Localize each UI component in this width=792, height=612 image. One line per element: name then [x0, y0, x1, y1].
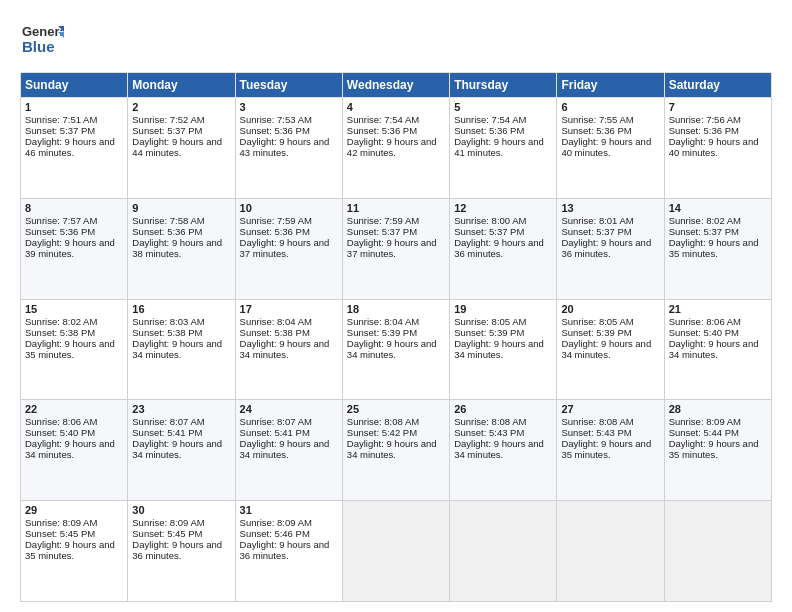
svg-text:General: General	[22, 24, 64, 39]
daylight-label: Daylight: 9 hours and 40 minutes.	[561, 136, 651, 158]
header-cell-wednesday: Wednesday	[342, 73, 449, 98]
sunrise-label: Sunrise: 8:08 AM	[561, 416, 633, 427]
day-number: 22	[25, 403, 123, 415]
calendar-table: SundayMondayTuesdayWednesdayThursdayFrid…	[20, 72, 772, 602]
day-cell-27: 27 Sunrise: 8:08 AM Sunset: 5:43 PM Dayl…	[557, 400, 664, 501]
sunset-label: Sunset: 5:38 PM	[25, 327, 95, 338]
day-cell-10: 10 Sunrise: 7:59 AM Sunset: 5:36 PM Dayl…	[235, 198, 342, 299]
sunrise-label: Sunrise: 7:59 AM	[240, 215, 312, 226]
sunrise-label: Sunrise: 7:52 AM	[132, 114, 204, 125]
daylight-label: Daylight: 9 hours and 34 minutes.	[132, 338, 222, 360]
daylight-label: Daylight: 9 hours and 44 minutes.	[132, 136, 222, 158]
daylight-label: Daylight: 9 hours and 37 minutes.	[240, 237, 330, 259]
day-number: 8	[25, 202, 123, 214]
sunset-label: Sunset: 5:38 PM	[240, 327, 310, 338]
calendar-row: 1 Sunrise: 7:51 AM Sunset: 5:37 PM Dayli…	[21, 98, 772, 199]
sunrise-label: Sunrise: 7:54 AM	[347, 114, 419, 125]
sunrise-label: Sunrise: 8:03 AM	[132, 316, 204, 327]
sunset-label: Sunset: 5:37 PM	[454, 226, 524, 237]
sunset-label: Sunset: 5:44 PM	[669, 427, 739, 438]
day-number: 12	[454, 202, 552, 214]
day-number: 15	[25, 303, 123, 315]
sunrise-label: Sunrise: 7:55 AM	[561, 114, 633, 125]
sunset-label: Sunset: 5:43 PM	[454, 427, 524, 438]
sunrise-label: Sunrise: 7:53 AM	[240, 114, 312, 125]
day-number: 20	[561, 303, 659, 315]
daylight-label: Daylight: 9 hours and 46 minutes.	[25, 136, 115, 158]
daylight-label: Daylight: 9 hours and 36 minutes.	[240, 539, 330, 561]
sunrise-label: Sunrise: 8:06 AM	[669, 316, 741, 327]
day-number: 14	[669, 202, 767, 214]
day-number: 2	[132, 101, 230, 113]
day-number: 21	[669, 303, 767, 315]
sunset-label: Sunset: 5:37 PM	[669, 226, 739, 237]
sunset-label: Sunset: 5:40 PM	[25, 427, 95, 438]
daylight-label: Daylight: 9 hours and 34 minutes.	[454, 338, 544, 360]
day-number: 30	[132, 504, 230, 516]
day-number: 4	[347, 101, 445, 113]
sunset-label: Sunset: 5:38 PM	[132, 327, 202, 338]
day-number: 11	[347, 202, 445, 214]
day-cell-29: 29 Sunrise: 8:09 AM Sunset: 5:45 PM Dayl…	[21, 501, 128, 602]
day-number: 5	[454, 101, 552, 113]
day-cell-21: 21 Sunrise: 8:06 AM Sunset: 5:40 PM Dayl…	[664, 299, 771, 400]
day-number: 3	[240, 101, 338, 113]
day-number: 13	[561, 202, 659, 214]
day-number: 19	[454, 303, 552, 315]
day-cell-5: 5 Sunrise: 7:54 AM Sunset: 5:36 PM Dayli…	[450, 98, 557, 199]
sunrise-label: Sunrise: 7:58 AM	[132, 215, 204, 226]
daylight-label: Daylight: 9 hours and 34 minutes.	[240, 338, 330, 360]
sunrise-label: Sunrise: 8:02 AM	[669, 215, 741, 226]
daylight-label: Daylight: 9 hours and 34 minutes.	[454, 438, 544, 460]
header-cell-saturday: Saturday	[664, 73, 771, 98]
day-cell-11: 11 Sunrise: 7:59 AM Sunset: 5:37 PM Dayl…	[342, 198, 449, 299]
logo-svg: General Blue	[20, 18, 64, 62]
empty-cell	[664, 501, 771, 602]
empty-cell	[342, 501, 449, 602]
sunrise-label: Sunrise: 8:07 AM	[240, 416, 312, 427]
sunrise-label: Sunrise: 7:54 AM	[454, 114, 526, 125]
day-cell-28: 28 Sunrise: 8:09 AM Sunset: 5:44 PM Dayl…	[664, 400, 771, 501]
sunrise-label: Sunrise: 7:56 AM	[669, 114, 741, 125]
sunset-label: Sunset: 5:46 PM	[240, 528, 310, 539]
day-number: 18	[347, 303, 445, 315]
daylight-label: Daylight: 9 hours and 35 minutes.	[25, 338, 115, 360]
day-cell-15: 15 Sunrise: 8:02 AM Sunset: 5:38 PM Dayl…	[21, 299, 128, 400]
sunset-label: Sunset: 5:42 PM	[347, 427, 417, 438]
day-cell-12: 12 Sunrise: 8:00 AM Sunset: 5:37 PM Dayl…	[450, 198, 557, 299]
day-number: 28	[669, 403, 767, 415]
sunrise-label: Sunrise: 8:08 AM	[454, 416, 526, 427]
header-cell-tuesday: Tuesday	[235, 73, 342, 98]
sunset-label: Sunset: 5:36 PM	[240, 125, 310, 136]
header-cell-friday: Friday	[557, 73, 664, 98]
day-cell-8: 8 Sunrise: 7:57 AM Sunset: 5:36 PM Dayli…	[21, 198, 128, 299]
sunset-label: Sunset: 5:45 PM	[132, 528, 202, 539]
day-number: 23	[132, 403, 230, 415]
day-cell-3: 3 Sunrise: 7:53 AM Sunset: 5:36 PM Dayli…	[235, 98, 342, 199]
day-number: 1	[25, 101, 123, 113]
sunset-label: Sunset: 5:39 PM	[561, 327, 631, 338]
sunset-label: Sunset: 5:37 PM	[561, 226, 631, 237]
sunrise-label: Sunrise: 8:07 AM	[132, 416, 204, 427]
sunset-label: Sunset: 5:45 PM	[25, 528, 95, 539]
sunset-label: Sunset: 5:36 PM	[347, 125, 417, 136]
sunrise-label: Sunrise: 7:51 AM	[25, 114, 97, 125]
day-cell-19: 19 Sunrise: 8:05 AM Sunset: 5:39 PM Dayl…	[450, 299, 557, 400]
calendar-row: 29 Sunrise: 8:09 AM Sunset: 5:45 PM Dayl…	[21, 501, 772, 602]
sunset-label: Sunset: 5:37 PM	[347, 226, 417, 237]
daylight-label: Daylight: 9 hours and 35 minutes.	[561, 438, 651, 460]
sunrise-label: Sunrise: 8:04 AM	[347, 316, 419, 327]
daylight-label: Daylight: 9 hours and 40 minutes.	[669, 136, 759, 158]
day-number: 17	[240, 303, 338, 315]
logo: General Blue	[20, 18, 64, 62]
sunset-label: Sunset: 5:37 PM	[25, 125, 95, 136]
sunset-label: Sunset: 5:36 PM	[561, 125, 631, 136]
day-cell-2: 2 Sunrise: 7:52 AM Sunset: 5:37 PM Dayli…	[128, 98, 235, 199]
day-number: 9	[132, 202, 230, 214]
daylight-label: Daylight: 9 hours and 38 minutes.	[132, 237, 222, 259]
day-cell-6: 6 Sunrise: 7:55 AM Sunset: 5:36 PM Dayli…	[557, 98, 664, 199]
calendar-row: 22 Sunrise: 8:06 AM Sunset: 5:40 PM Dayl…	[21, 400, 772, 501]
day-cell-1: 1 Sunrise: 7:51 AM Sunset: 5:37 PM Dayli…	[21, 98, 128, 199]
day-cell-22: 22 Sunrise: 8:06 AM Sunset: 5:40 PM Dayl…	[21, 400, 128, 501]
daylight-label: Daylight: 9 hours and 34 minutes.	[132, 438, 222, 460]
